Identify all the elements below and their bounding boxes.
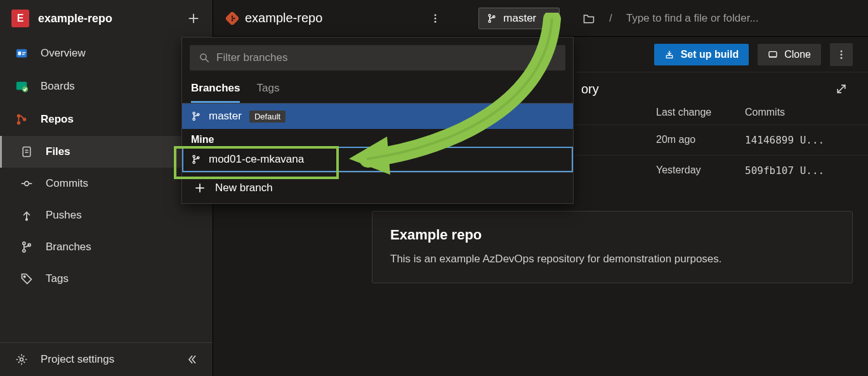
folder-icon[interactable] — [582, 12, 595, 25]
svg-point-42 — [841, 57, 843, 58]
sidebar-item-pushes[interactable]: Pushes — [0, 199, 213, 231]
branches-icon — [19, 239, 34, 255]
repos-icon — [14, 112, 29, 127]
file-search-input[interactable] — [626, 12, 853, 25]
svg-line-43 — [838, 85, 845, 93]
svg-rect-4 — [22, 52, 25, 53]
pushes-icon — [19, 208, 34, 223]
git-icon — [226, 12, 239, 25]
plus-icon — [194, 182, 206, 194]
svg-line-45 — [206, 59, 209, 62]
files-icon — [19, 144, 34, 159]
setup-build-button[interactable]: Set up build — [654, 44, 749, 65]
project-badge: E — [11, 10, 29, 27]
svg-point-33 — [489, 14, 490, 16]
svg-point-23 — [20, 358, 23, 361]
svg-rect-2 — [16, 50, 27, 58]
sidebar-item-boards[interactable]: Boards — [0, 70, 213, 103]
svg-rect-5 — [22, 54, 25, 55]
sidebar-item-label: Project settings — [41, 353, 114, 366]
search-icon — [199, 52, 210, 64]
tags-icon — [19, 271, 34, 286]
branch-icon — [191, 154, 201, 164]
repo-title-text: example-repo — [245, 11, 322, 25]
branch-selector-button[interactable]: master — [478, 8, 560, 29]
svg-rect-38 — [769, 51, 777, 57]
sidebar-item-branches[interactable]: Branches — [0, 231, 213, 263]
sidebar-item-label: Tags — [46, 272, 69, 285]
col-last-change: Last change — [656, 107, 745, 118]
sidebar-item-label: Overview — [41, 47, 86, 60]
branch-icon — [487, 13, 497, 24]
fullscreen-button[interactable] — [830, 77, 853, 100]
branch-filter[interactable] — [190, 45, 565, 70]
tab-tags[interactable]: Tags — [256, 76, 279, 103]
sidebar-item-label: Pushes — [46, 209, 82, 222]
new-branch-button[interactable]: New branch — [182, 172, 573, 203]
tab-branches[interactable]: Branches — [191, 76, 240, 103]
readme-title: Example repo — [390, 227, 834, 243]
project-name[interactable]: example-repo — [38, 12, 177, 25]
overview-icon — [14, 46, 29, 61]
sidebar-item-repos[interactable]: Repos — [0, 103, 213, 136]
svg-point-44 — [201, 54, 206, 60]
mine-section-label: Mine — [182, 129, 573, 147]
clone-label: Clone — [784, 49, 811, 60]
svg-point-8 — [17, 114, 21, 118]
col-commits: Commits — [745, 107, 853, 118]
sidebar-item-label: Boards — [41, 80, 75, 93]
gear-icon — [14, 352, 29, 367]
branch-icon — [191, 111, 201, 121]
readme-body: This is an example AzDevOps repository f… — [390, 251, 834, 267]
svg-point-49 — [193, 156, 195, 158]
svg-point-50 — [193, 161, 195, 163]
branch-filter-input[interactable] — [216, 51, 556, 64]
build-icon — [664, 50, 674, 60]
branch-item-master[interactable]: master Default — [182, 104, 573, 129]
readme-card: Example repo This is an example AzDevOps… — [372, 211, 853, 283]
svg-point-30 — [435, 14, 437, 16]
boards-icon — [14, 79, 29, 94]
svg-point-20 — [23, 250, 25, 252]
svg-point-19 — [23, 242, 25, 245]
sidebar-item-label: Branches — [46, 241, 91, 253]
branch-dropdown: Branches Tags master Default Mine mod01-… — [181, 37, 574, 204]
commits-icon — [19, 176, 34, 191]
svg-point-47 — [193, 118, 195, 120]
svg-point-34 — [489, 20, 490, 22]
clone-icon — [768, 50, 778, 60]
svg-point-18 — [26, 218, 28, 220]
sidebar-item-label: Files — [46, 145, 70, 158]
svg-point-41 — [841, 53, 843, 55]
clone-button[interactable]: Clone — [758, 44, 821, 65]
sidebar-item-project-settings[interactable]: Project settings — [0, 343, 213, 376]
branch-item-mine[interactable]: mod01-ce-mkavana — [182, 147, 573, 172]
branch-label: master — [503, 12, 536, 25]
repo-title[interactable]: example-repo — [226, 11, 322, 25]
svg-point-40 — [841, 50, 843, 52]
repo-more-button[interactable] — [425, 8, 445, 29]
svg-point-46 — [193, 112, 195, 114]
sidebar-item-label: Commits — [46, 177, 88, 190]
add-project-button[interactable] — [186, 11, 201, 26]
sidebar-item-files[interactable]: Files — [0, 136, 213, 168]
svg-point-9 — [17, 121, 21, 125]
svg-point-32 — [435, 20, 437, 22]
path-separator: / — [603, 13, 618, 24]
sidebar-item-overview[interactable]: Overview — [0, 37, 213, 70]
sidebar-item-commits[interactable]: Commits — [0, 168, 213, 199]
sidebar-item-label: Repos — [41, 113, 74, 126]
more-actions-button[interactable] — [830, 43, 853, 66]
setup-build-label: Set up build — [681, 49, 739, 60]
svg-point-31 — [435, 17, 437, 19]
svg-rect-36 — [666, 55, 672, 58]
svg-point-14 — [25, 182, 29, 186]
default-badge: Default — [249, 111, 286, 123]
svg-rect-11 — [23, 147, 30, 157]
svg-point-22 — [23, 276, 25, 278]
chevron-down-icon — [542, 14, 551, 23]
collapse-icon[interactable] — [186, 353, 199, 366]
svg-rect-3 — [18, 51, 22, 55]
sidebar-item-tags[interactable]: Tags — [0, 263, 213, 295]
